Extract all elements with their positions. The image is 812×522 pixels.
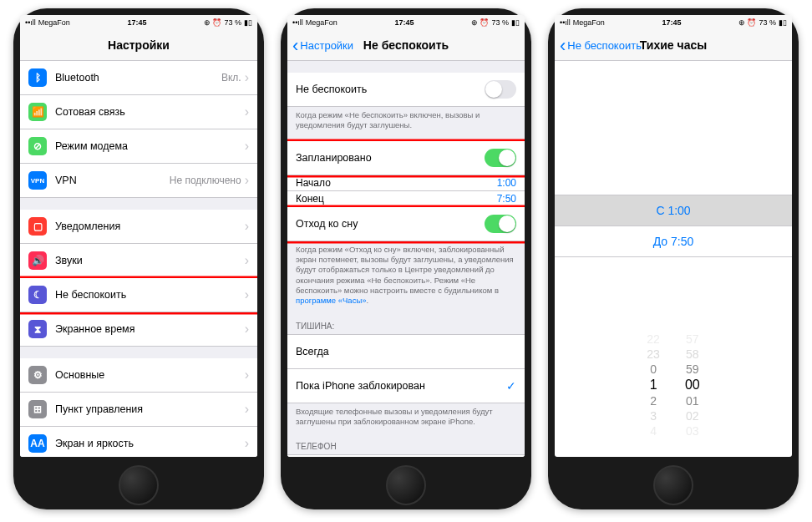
dnd-list[interactable]: Не беспокоить Когда режим «Не беспокоить… bbox=[287, 61, 525, 457]
nav-bar: Настройки Не беспокоить bbox=[287, 30, 525, 61]
nav-bar: Не беспокоить Тихие часы bbox=[555, 30, 792, 61]
time-picker[interactable]: 22 23 0 1 2 3 4 57 58 59 00 01 02 03 bbox=[555, 332, 792, 438]
page-title: Не беспокоить bbox=[363, 38, 449, 52]
text-icon: AA bbox=[30, 438, 44, 449]
signal-icon: ••ıll bbox=[560, 18, 571, 27]
row-notifications[interactable]: ▢Уведомления› bbox=[20, 210, 257, 244]
silence-footer: Входящие телефонные вызовы и уведомления… bbox=[287, 403, 525, 431]
row-dnd[interactable]: ☾Не беспокоить› bbox=[20, 278, 257, 312]
screen: ••ıllMegaFon 17:45 ⊕ ⏰73 %▮▯ Настройки ᛒ… bbox=[20, 15, 257, 457]
moon-icon: ☾ bbox=[33, 289, 43, 301]
battery-icon: ▮▯ bbox=[511, 18, 520, 27]
battery-icon: ▮▯ bbox=[244, 18, 252, 27]
status-time: 17:45 bbox=[127, 18, 146, 27]
row-cellular[interactable]: 📶Сотовая связь› bbox=[20, 95, 257, 129]
speaker-icon: 🔊 bbox=[32, 255, 44, 266]
status-bar: ••ıllMegaFon 17:45 ⊕ ⏰73 %▮▯ bbox=[287, 15, 525, 30]
chevron-right-icon: › bbox=[245, 322, 249, 337]
bluetooth-icon: ᛒ bbox=[35, 72, 41, 84]
check-icon: ✓ bbox=[506, 379, 516, 393]
alarm-icon: ⊕ ⏰ bbox=[204, 18, 222, 27]
quiet-hours-content: С 1:00 До 7:50 22 23 0 1 2 3 4 57 58 59 … bbox=[555, 61, 792, 457]
row-locked[interactable]: Пока iPhone заблокирован✓ bbox=[287, 369, 525, 403]
row-bluetooth[interactable]: ᛒBluetoothВкл.› bbox=[20, 61, 257, 95]
page-title: Настройки bbox=[108, 38, 170, 52]
phone-dnd: ••ıllMegaFon 17:45 ⊕ ⏰73 %▮▯ Настройки Н… bbox=[281, 8, 531, 509]
row-bedtime[interactable]: Отход ко сну bbox=[287, 207, 525, 241]
back-button[interactable]: Не беспокоить bbox=[560, 39, 642, 52]
phone-quiet-hours: ••ıllMegaFon 17:45 ⊕ ⏰73 %▮▯ Не беспокои… bbox=[548, 8, 799, 509]
status-time: 17:45 bbox=[662, 18, 681, 27]
signal-icon: ••ıll bbox=[292, 18, 303, 27]
row-hotspot[interactable]: ⊘Режим модема› bbox=[20, 129, 257, 164]
toggle-scheduled[interactable] bbox=[485, 149, 516, 167]
back-button[interactable]: Настройки bbox=[292, 39, 353, 52]
antenna-icon: 📶 bbox=[32, 106, 44, 118]
battery-pct: 73 % bbox=[759, 18, 776, 27]
gear-icon: ⚙ bbox=[33, 369, 43, 381]
link-icon: ⊘ bbox=[33, 140, 42, 152]
phone-header: ТЕЛЕФОН bbox=[287, 430, 525, 454]
carrier: MegaFon bbox=[306, 18, 337, 27]
battery-icon: ▮▯ bbox=[779, 18, 787, 27]
row-dnd-toggle[interactable]: Не беспокоить bbox=[287, 73, 525, 107]
carrier: MegaFon bbox=[573, 18, 605, 27]
chevron-right-icon: › bbox=[245, 253, 249, 268]
notify-icon: ▢ bbox=[33, 220, 43, 232]
home-button[interactable] bbox=[119, 465, 159, 505]
battery-pct: 73 % bbox=[224, 18, 241, 27]
row-from-time[interactable]: С 1:00 bbox=[555, 195, 792, 226]
toggle-dnd[interactable] bbox=[485, 80, 516, 99]
row-general[interactable]: ⚙Основные› bbox=[20, 358, 257, 393]
alarm-icon: ⊕ ⏰ bbox=[471, 18, 490, 27]
hourglass-icon: ⧗ bbox=[34, 323, 41, 335]
signal-icon: ••ıll bbox=[25, 18, 36, 27]
row-screentime[interactable]: ⧗Экранное время› bbox=[20, 312, 257, 347]
row-vpn[interactable]: VPNVPNНе подключено› bbox=[20, 164, 257, 198]
settings-list[interactable]: ᛒBluetoothВкл.› 📶Сотовая связь› ⊘Режим м… bbox=[20, 61, 257, 457]
row-controlcenter[interactable]: ⊞Пункт управления› bbox=[20, 393, 257, 427]
row-scheduled[interactable]: Запланировано bbox=[287, 141, 525, 175]
alarm-icon: ⊕ ⏰ bbox=[738, 18, 757, 27]
chevron-right-icon: › bbox=[245, 287, 249, 302]
chevron-right-icon: › bbox=[245, 70, 249, 85]
row-display[interactable]: AAЭкран и яркость› bbox=[20, 427, 257, 457]
status-bar: ••ıllMegaFon 17:45 ⊕ ⏰73 %▮▯ bbox=[20, 15, 257, 30]
phone-settings: ••ıllMegaFon 17:45 ⊕ ⏰73 %▮▯ Настройки ᛒ… bbox=[13, 8, 264, 509]
chevron-right-icon: › bbox=[245, 219, 249, 234]
dnd-footer: Когда режим «Не беспокоить» включен, выз… bbox=[287, 107, 525, 134]
screen: ••ıllMegaFon 17:45 ⊕ ⏰73 %▮▯ Не беспокои… bbox=[555, 15, 792, 457]
chevron-right-icon: › bbox=[245, 104, 249, 119]
silence-header: ТИШИНА: bbox=[287, 310, 525, 334]
picker-minutes[interactable]: 57 58 59 00 01 02 03 bbox=[685, 332, 700, 438]
row-from[interactable]: Начало1:00 bbox=[287, 175, 525, 191]
row-to[interactable]: Конец7:50 bbox=[287, 191, 525, 207]
row-allow-calls[interactable]: Допуск вызововОт избранных› bbox=[287, 454, 525, 457]
nav-bar: Настройки bbox=[20, 30, 257, 61]
status-time: 17:45 bbox=[394, 18, 414, 27]
chevron-right-icon: › bbox=[245, 173, 249, 188]
home-button[interactable] bbox=[653, 465, 693, 505]
row-always[interactable]: Всегда bbox=[287, 334, 525, 369]
chevron-right-icon: › bbox=[245, 402, 249, 417]
home-button[interactable] bbox=[386, 465, 426, 505]
chevron-right-icon: › bbox=[245, 367, 249, 383]
carrier: MegaFon bbox=[38, 18, 70, 27]
picker-hours[interactable]: 22 23 0 1 2 3 4 bbox=[647, 332, 660, 438]
switches-icon: ⊞ bbox=[33, 403, 42, 415]
chevron-right-icon: › bbox=[245, 436, 249, 451]
bedtime-footer: Когда режим «Отход ко сну» включен, забл… bbox=[287, 241, 525, 310]
page-title: Тихие часы bbox=[640, 38, 707, 52]
row-sounds[interactable]: 🔊Звуки› bbox=[20, 244, 257, 278]
chevron-right-icon: › bbox=[245, 139, 249, 154]
status-bar: ••ıllMegaFon 17:45 ⊕ ⏰73 %▮▯ bbox=[555, 15, 792, 30]
toggle-bedtime[interactable] bbox=[485, 215, 516, 233]
row-to-time[interactable]: До 7:50 bbox=[555, 226, 792, 257]
clock-link[interactable]: программе «Часы» bbox=[296, 296, 367, 305]
screen: ••ıllMegaFon 17:45 ⊕ ⏰73 %▮▯ Настройки Н… bbox=[287, 15, 525, 457]
vpn-icon: VPN bbox=[31, 177, 44, 185]
battery-pct: 73 % bbox=[491, 18, 509, 27]
